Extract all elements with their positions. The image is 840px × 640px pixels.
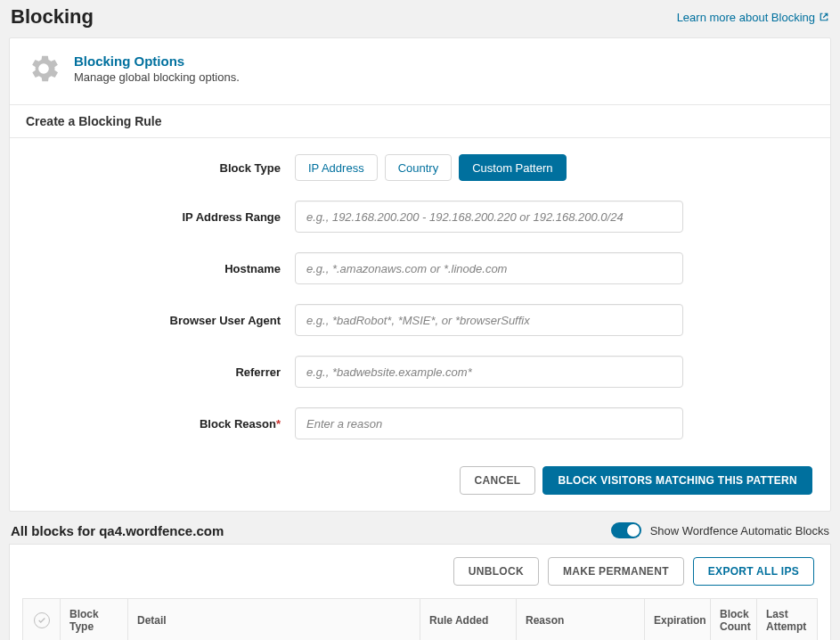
block-reason-input[interactable] (295, 407, 683, 439)
col-last-attempt[interactable]: Last Attempt (757, 599, 818, 640)
ip-range-input[interactable] (295, 201, 683, 233)
col-detail[interactable]: Detail (128, 599, 420, 640)
referrer-label: Referrer (28, 365, 295, 379)
col-block-type[interactable]: Block Type (61, 599, 128, 640)
blocking-options-subtitle: Manage global blocking options. (74, 70, 240, 84)
referrer-input[interactable] (295, 356, 683, 388)
automatic-blocks-label: Show Wordfence Automatic Blocks (650, 524, 829, 537)
gear-icon (26, 51, 61, 86)
all-blocks-heading: All blocks for qa4.wordfence.com (11, 523, 224, 538)
learn-more-label: Learn more about Blocking (677, 11, 815, 24)
hostname-label: Hostname (28, 262, 295, 275)
user-agent-label: Browser User Agent (28, 314, 295, 327)
unblock-button[interactable]: UNBLOCK (453, 557, 539, 586)
blocking-options-link[interactable]: Blocking Options (74, 53, 240, 69)
create-rule-form: Block Type IP Address Country Custom Pat… (10, 138, 830, 466)
col-reason[interactable]: Reason (517, 599, 645, 640)
tab-custom-pattern[interactable]: Custom Pattern (459, 154, 566, 181)
page-title: Blocking (11, 5, 94, 29)
col-rule-added[interactable]: Rule Added (420, 599, 517, 640)
ip-range-label: IP Address Range (28, 210, 295, 224)
tab-country[interactable]: Country (385, 154, 453, 181)
block-reason-label: Block Reason* (28, 417, 295, 431)
learn-more-link[interactable]: Learn more about Blocking (677, 11, 829, 24)
blocks-table: Block Type Detail Rule Added Reason Expi… (22, 598, 818, 640)
col-expiration[interactable]: Expiration (645, 599, 711, 640)
automatic-blocks-toggle[interactable] (611, 522, 641, 538)
blocking-card: Blocking Options Manage global blocking … (9, 37, 831, 512)
block-type-label: Block Type (28, 161, 295, 175)
block-type-tabs: IP Address Country Custom Pattern (295, 154, 567, 181)
blocks-card: UNBLOCK MAKE PERMANENT EXPORT ALL IPS Bl… (9, 544, 831, 640)
export-ips-button[interactable]: EXPORT ALL IPS (693, 557, 814, 586)
select-all-checkbox[interactable] (34, 612, 50, 628)
user-agent-input[interactable] (295, 304, 683, 336)
tab-ip-address[interactable]: IP Address (295, 154, 378, 181)
create-rule-heading: Create a Blocking Rule (10, 104, 830, 138)
cancel-button[interactable]: CANCEL (460, 466, 536, 495)
table-header: Block Type Detail Rule Added Reason Expi… (23, 599, 818, 640)
col-block-count[interactable]: Block Count (711, 599, 757, 640)
external-link-icon (819, 12, 829, 22)
make-permanent-button[interactable]: MAKE PERMANENT (548, 557, 684, 586)
block-pattern-button[interactable]: BLOCK VISITORS MATCHING THIS PATTERN (542, 466, 812, 495)
hostname-input[interactable] (295, 252, 683, 284)
